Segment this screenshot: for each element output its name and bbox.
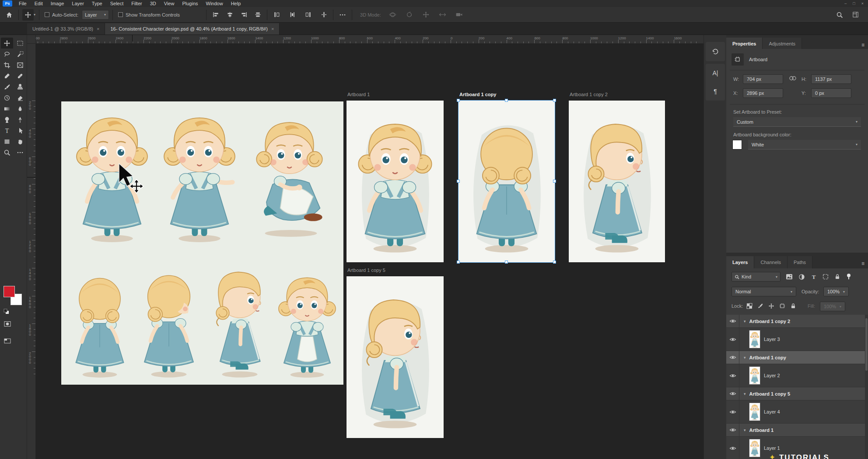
artboard-artboard-1[interactable]: [346, 101, 444, 262]
menu-filter[interactable]: Filter: [127, 0, 146, 7]
drag-3d-icon[interactable]: [420, 9, 432, 21]
visibility-eye-icon[interactable]: [726, 437, 739, 459]
roll-3d-icon[interactable]: [404, 9, 415, 21]
type-tool[interactable]: T: [1, 125, 13, 136]
menu-image[interactable]: Image: [47, 0, 68, 7]
layer-thumbnail[interactable]: [749, 366, 760, 385]
transform-handle[interactable]: [505, 99, 508, 102]
default-swatches-icon[interactable]: [4, 309, 9, 314]
document-tab-2[interactable]: 16- Consistent Character design.psd @ 40…: [105, 23, 280, 35]
crop-tool[interactable]: [1, 59, 13, 70]
chevron-down-icon[interactable]: ▾: [744, 428, 746, 432]
layer-thumbnail[interactable]: [749, 330, 760, 348]
lock-artboard-icon[interactable]: [779, 303, 785, 309]
menu-select[interactable]: Select: [106, 0, 128, 7]
artboard-name-label[interactable]: Artboard 1 copy 5: [347, 268, 385, 273]
maximize-icon[interactable]: □: [853, 1, 855, 6]
move-tool-option-icon[interactable]: [22, 9, 34, 21]
menu-help[interactable]: Help: [227, 0, 245, 7]
visibility-eye-icon[interactable]: [726, 387, 739, 400]
visibility-eye-icon[interactable]: [726, 424, 739, 436]
hand-tool[interactable]: [14, 136, 26, 147]
lock-position-icon[interactable]: [768, 303, 774, 309]
artboard-bg-color-swatch[interactable]: [732, 140, 742, 150]
slide-3d-icon[interactable]: [437, 9, 448, 21]
move-tool[interactable]: [1, 38, 13, 49]
height-input[interactable]: 1137 px: [811, 74, 851, 84]
dodge-tool[interactable]: [1, 114, 13, 125]
tab-properties[interactable]: Properties: [726, 38, 763, 50]
y-input[interactable]: 0 px: [811, 88, 851, 98]
auto-select-target-dropdown[interactable]: Layer▾: [82, 10, 109, 20]
path-selection-tool[interactable]: [14, 125, 26, 136]
menu-view[interactable]: View: [160, 0, 178, 7]
lock-all-icon[interactable]: [790, 303, 796, 309]
dist-h-icon[interactable]: [318, 9, 329, 21]
filter-adjustment-icon[interactable]: [798, 274, 805, 280]
edit-toolbar-tool[interactable]: [14, 147, 26, 158]
layer-thumbnail[interactable]: [749, 403, 760, 421]
minimize-icon[interactable]: –: [844, 1, 847, 6]
home-icon[interactable]: [4, 9, 15, 21]
more-options-icon[interactable]: [337, 9, 348, 21]
visibility-eye-icon[interactable]: [726, 315, 739, 327]
artboard-preset-dropdown[interactable]: Custom▾: [733, 117, 861, 127]
history-panel-icon[interactable]: [706, 42, 725, 61]
close-icon[interactable]: ×: [861, 1, 864, 6]
x-input[interactable]: 2896 px: [743, 88, 783, 98]
transform-handle[interactable]: [553, 261, 556, 264]
foreground-color-swatch[interactable]: [4, 286, 15, 297]
quick-mask-icon[interactable]: [4, 318, 23, 329]
filter-toggle-icon[interactable]: [846, 273, 851, 280]
filter-shape-icon[interactable]: [822, 274, 829, 280]
search-icon[interactable]: [834, 9, 845, 21]
artboard-name-label[interactable]: Artboard 1: [347, 92, 370, 97]
transform-handle[interactable]: [553, 180, 556, 183]
layer-filter-kind-dropdown[interactable]: Kind▾: [732, 272, 780, 282]
layers-scrollbar[interactable]: [865, 315, 868, 459]
visibility-eye-icon[interactable]: [726, 351, 739, 364]
filter-smart-object-icon[interactable]: [834, 274, 840, 280]
chevron-down-icon[interactable]: ▾: [744, 355, 746, 360]
menu-file[interactable]: File: [15, 0, 31, 7]
blur-tool[interactable]: [14, 103, 26, 114]
layer-row-artboard[interactable]: ▾Artboard 1: [726, 424, 868, 437]
layer-row[interactable]: Layer 3: [726, 328, 868, 351]
layer-row-artboard[interactable]: ▾Artboard 1 copy 2: [726, 315, 868, 328]
reference-image-character-sheet[interactable]: [61, 101, 343, 385]
rectangle-tool[interactable]: [1, 136, 13, 147]
artboard-name-label[interactable]: Artboard 1 copy 2: [570, 92, 608, 97]
tab-paths[interactable]: Paths: [788, 256, 812, 268]
menu-edit[interactable]: Edit: [31, 0, 47, 7]
eraser-tool[interactable]: [14, 92, 26, 103]
align-middle-icon[interactable]: [252, 9, 263, 21]
properties-panel-menu-icon[interactable]: ≡: [861, 42, 864, 48]
clone-stamp-tool[interactable]: [14, 81, 26, 92]
menu-layer[interactable]: Layer: [68, 0, 88, 7]
tab-channels[interactable]: Channels: [754, 256, 787, 268]
dist-center-v-icon[interactable]: [287, 9, 298, 21]
tab-close-icon[interactable]: ×: [97, 26, 99, 31]
orbit-3d-icon[interactable]: [387, 9, 399, 21]
artboard-artboard-1-copy-2[interactable]: [569, 101, 665, 262]
document-tab-1[interactable]: Untitled-1 @ 33.3% (RGB/8)×: [27, 23, 105, 35]
visibility-eye-icon[interactable]: [726, 364, 739, 387]
menu-type[interactable]: Type: [88, 0, 106, 7]
dist-bottom-icon[interactable]: [302, 9, 314, 21]
link-dimensions-icon[interactable]: [788, 75, 797, 81]
zoom-tool[interactable]: [1, 147, 13, 158]
character-panel-icon[interactable]: A|: [713, 70, 718, 76]
tab-close-icon[interactable]: ×: [271, 26, 274, 31]
camera-3d-icon[interactable]: [454, 9, 465, 21]
blend-mode-dropdown[interactable]: Normal▾: [732, 287, 796, 296]
fill-input[interactable]: 100%▾: [820, 302, 845, 311]
transform-handle[interactable]: [553, 99, 556, 102]
opacity-input[interactable]: 100%▾: [823, 287, 849, 296]
artboard-bg-color-dropdown[interactable]: White▾: [748, 140, 861, 150]
layer-row-artboard[interactable]: ▾Artboard 1 copy: [726, 351, 868, 364]
move-tool-caret-icon[interactable]: ▾: [34, 13, 35, 17]
tab-layers[interactable]: Layers: [726, 256, 754, 268]
rectangular-marquee-tool[interactable]: [14, 38, 26, 49]
paragraph-panel-icon[interactable]: ¶: [714, 88, 717, 95]
transform-handle[interactable]: [505, 261, 508, 264]
